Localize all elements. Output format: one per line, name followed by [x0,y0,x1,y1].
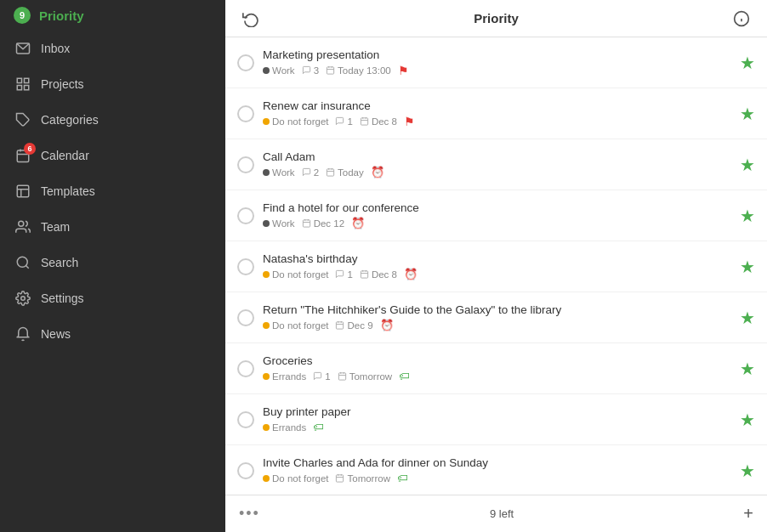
task-meta: Errands 🏷 [263,421,731,433]
tag-dot [263,169,270,176]
star-button[interactable]: ★ [740,359,755,379]
categories-label: Categories [41,113,99,127]
inbox-label: Inbox [41,42,70,55]
task-tag: Errands [263,371,306,382]
comment-count: 2 [302,167,319,178]
star-button[interactable]: ★ [740,308,755,328]
sidebar-item-team[interactable]: Team [0,209,225,245]
task-content: Return "The Hitchhiker's Guide to the Ga… [263,303,731,331]
task-title: Invite Charles and Ada for dinner on Sun… [263,456,731,469]
clock-icon: ⏰ [351,217,365,229]
templates-icon [14,182,32,201]
svg-rect-44 [338,373,345,380]
svg-rect-10 [17,185,29,197]
comment-count: 1 [335,269,352,280]
task-meta: Errands 1 Tomorrow 🏷 [263,370,731,382]
task-row: Renew car insurance Do not forget 1 Dec … [225,88,767,139]
task-row: Groceries Errands 1 Tomorrow 🏷 ★ [225,343,767,394]
projects-icon [14,75,32,93]
star-button[interactable]: ★ [740,206,755,226]
task-checkbox[interactable] [237,207,254,224]
task-tag: Work [263,167,295,178]
calendar-label: Calendar [41,149,89,162]
task-meta: Work 2 Today ⏰ [263,166,731,178]
star-button[interactable]: ★ [740,53,755,73]
sidebar-item-templates[interactable]: Templates [0,173,225,209]
task-date: Dec 8 [360,116,397,127]
star-button[interactable]: ★ [740,410,755,430]
sidebar-item-categories[interactable]: Categories [0,102,225,138]
task-title: Find a hotel for our conference [263,201,731,214]
task-row: Find a hotel for our conference Work Dec… [225,190,767,241]
templates-label: Templates [41,184,95,198]
task-checkbox[interactable] [237,309,254,326]
task-tag: Do not forget [263,116,328,127]
task-title: Groceries [263,354,731,367]
task-title: Natasha's birthday [263,252,731,265]
sidebar-item-settings[interactable]: Settings [0,280,225,316]
task-tag: Do not forget [263,269,328,280]
search-icon [14,253,32,272]
label-icon: 🏷 [399,370,410,382]
tag-dot [263,118,270,125]
task-title: Return "The Hitchhiker's Guide to the Ga… [263,303,731,316]
svg-point-14 [17,257,27,267]
star-button[interactable]: ★ [740,104,755,124]
task-row: Buy printer paper Errands 🏷 ★ [225,394,767,445]
svg-rect-1 [17,78,21,82]
tag-dot [263,424,270,431]
sidebar: 9 Priority Inbox Projects Categories 6 C… [0,0,225,532]
task-date: Tomorrow [338,371,392,382]
tag-dot [263,322,270,329]
task-checkbox[interactable] [237,156,254,173]
task-checkbox[interactable] [237,54,254,71]
task-title: Buy printer paper [263,405,731,418]
tag-dot [263,373,270,380]
star-button[interactable]: ★ [740,461,755,481]
task-meta: Do not forget 1 Dec 8 ⚑ [263,115,731,128]
task-checkbox[interactable] [237,411,254,428]
sidebar-item-calendar[interactable]: 6 Calendar [0,138,225,173]
task-meta: Do not forget Tomorrow 🏷 [263,472,731,484]
search-label: Search [41,256,78,269]
task-title: Marketing presentation [263,48,731,61]
sidebar-item-search[interactable]: Search [0,245,225,280]
svg-rect-4 [17,86,21,90]
task-row: Invite Charles and Ada for dinner on Sun… [225,445,767,495]
task-content: Buy printer paper Errands 🏷 [263,405,731,433]
svg-point-16 [21,297,26,301]
sidebar-item-priority[interactable]: 9 Priority [0,0,225,31]
settings-label: Settings [41,291,84,305]
task-checkbox[interactable] [237,360,254,377]
task-checkbox[interactable] [237,258,254,275]
label-icon: 🏷 [397,472,408,484]
task-meta: Do not forget 1 Dec 8 ⏰ [263,268,731,280]
sidebar-item-projects[interactable]: Projects [0,66,225,102]
task-date: Today [326,167,364,178]
info-button[interactable] [730,7,753,31]
task-row: Natasha's birthday Do not forget 1 Dec 8… [225,241,767,292]
more-button[interactable]: ••• [239,505,260,523]
refresh-button[interactable] [239,7,263,31]
star-button[interactable]: ★ [740,155,755,175]
settings-icon [14,289,32,308]
task-count: 9 left [490,507,514,520]
task-row: Return "The Hitchhiker's Guide to the Ga… [225,292,767,343]
sidebar-item-inbox[interactable]: Inbox [0,31,225,66]
comment-count: 1 [313,371,330,382]
sidebar-item-news[interactable]: News [0,316,225,352]
task-meta: Do not forget Dec 9 ⏰ [263,319,731,331]
task-checkbox[interactable] [237,462,254,479]
svg-rect-36 [361,271,367,278]
add-task-button[interactable]: + [743,504,753,524]
task-checkbox[interactable] [237,105,254,122]
star-button[interactable]: ★ [740,257,755,277]
task-content: Marketing presentation Work 3 Today 13:0… [263,48,731,77]
task-title: Call Adam [263,150,731,163]
task-list: Marketing presentation Work 3 Today 13:0… [225,37,767,495]
task-content: Find a hotel for our conference Work Dec… [263,201,731,229]
task-content: Groceries Errands 1 Tomorrow 🏷 [263,354,731,382]
comment-count: 1 [335,116,352,127]
svg-rect-20 [327,67,333,74]
task-date: Tomorrow [335,473,389,484]
